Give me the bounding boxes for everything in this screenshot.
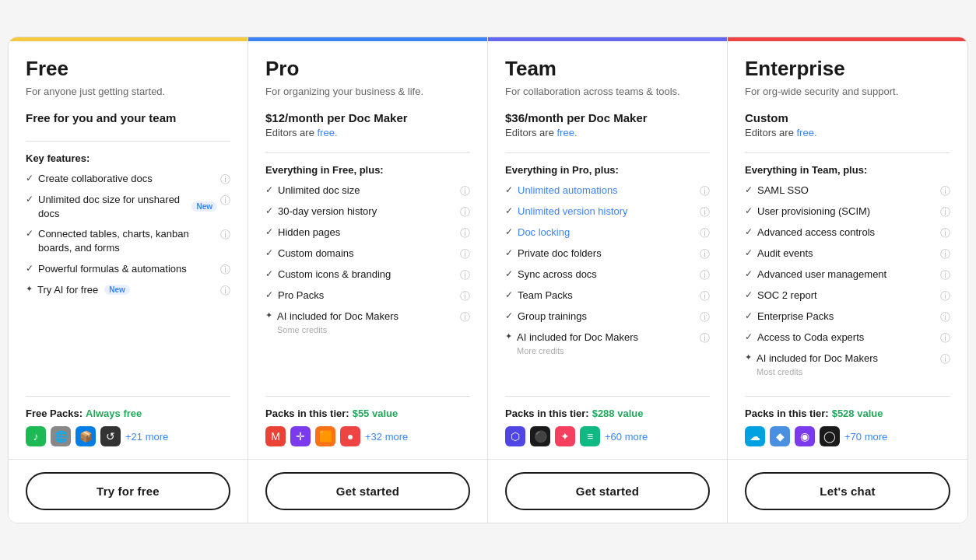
feature-text-team-0: Unlimited automations bbox=[518, 184, 618, 196]
plan-col-pro: ProFor organizing your business & life.$… bbox=[248, 37, 488, 523]
plan-price-pro: $12/month per Doc Maker bbox=[265, 111, 470, 124]
checkmark-icon: ✓ bbox=[505, 289, 513, 300]
feature-text-enterprise-2: Advanced access controls bbox=[757, 226, 875, 238]
feature-text-enterprise-5: SOC 2 report bbox=[757, 289, 817, 301]
cta-button-free[interactable]: Try for free bbox=[26, 472, 230, 510]
feature-text-pro-0: Unlimited doc size bbox=[278, 184, 360, 196]
feature-text-free-2: Connected tables, charts, kanban boards,… bbox=[38, 228, 189, 254]
info-icon[interactable]: ⓘ bbox=[700, 331, 710, 345]
packs-icons-team: ⬡⚫✦≡+60 more bbox=[505, 426, 710, 446]
checkmark-icon: ✓ bbox=[265, 205, 273, 216]
info-icon[interactable]: ⓘ bbox=[220, 228, 230, 242]
packs-value-team: $288 value bbox=[592, 408, 644, 419]
info-icon[interactable]: ⓘ bbox=[700, 205, 710, 219]
info-icon[interactable]: ⓘ bbox=[460, 184, 470, 198]
checkmark-icon: ✓ bbox=[265, 247, 273, 258]
info-icon[interactable]: ⓘ bbox=[460, 247, 470, 261]
info-icon[interactable]: ⓘ bbox=[700, 226, 710, 240]
plan-tagline-free: For anyone just getting started. bbox=[26, 86, 230, 97]
info-icon[interactable]: ⓘ bbox=[220, 263, 230, 277]
feature-item-team-3: ✓Private doc foldersⓘ bbox=[505, 247, 710, 261]
plan-col-free: FreeFor anyone just getting started.Free… bbox=[9, 37, 248, 523]
cta-button-enterprise[interactable]: Let's chat bbox=[745, 472, 950, 510]
feature-text-pro-6: AI included for Doc Makers bbox=[277, 310, 398, 322]
info-icon[interactable]: ⓘ bbox=[940, 310, 950, 324]
info-icon[interactable]: ⓘ bbox=[460, 289, 470, 303]
checkmark-icon: ✓ bbox=[505, 247, 513, 258]
info-icon[interactable]: ⓘ bbox=[460, 226, 470, 240]
checkmark-icon: ✓ bbox=[26, 263, 33, 274]
packs-label-free: Free Packs: bbox=[26, 408, 83, 419]
feature-sub-enterprise-8: Most credits bbox=[757, 366, 878, 377]
info-icon[interactable]: ⓘ bbox=[460, 310, 470, 324]
checkmark-icon: ✓ bbox=[265, 268, 273, 279]
info-icon[interactable]: ⓘ bbox=[700, 247, 710, 261]
info-icon[interactable]: ⓘ bbox=[940, 268, 950, 282]
feature-text-enterprise-7: Access to Coda experts bbox=[757, 331, 864, 343]
info-icon[interactable]: ⓘ bbox=[460, 268, 470, 282]
info-icon[interactable]: ⓘ bbox=[700, 268, 710, 282]
info-icon[interactable]: ⓘ bbox=[940, 184, 950, 198]
packs-label-enterprise: Packs in this tier: bbox=[745, 408, 829, 419]
info-icon[interactable]: ⓘ bbox=[460, 205, 470, 219]
pack-icon-pro-0: M bbox=[265, 426, 286, 446]
feature-item-team-5: ✓Team Packsⓘ bbox=[505, 289, 710, 303]
pack-icon-free-2: 📦 bbox=[75, 426, 96, 446]
packs-value-free: Always free bbox=[86, 408, 142, 419]
feature-sub-team-7: More credits bbox=[517, 345, 638, 356]
feature-text-pro-3: Custom domains bbox=[278, 247, 354, 259]
cta-button-team[interactable]: Get started bbox=[505, 472, 710, 510]
feature-item-team-2: ✓Doc lockingⓘ bbox=[505, 226, 710, 240]
plan-tagline-pro: For organizing your business & life. bbox=[265, 86, 470, 97]
feature-item-free-2: ✓Connected tables, charts, kanban boards… bbox=[26, 227, 230, 255]
packs-more-link-pro[interactable]: +32 more bbox=[365, 431, 408, 443]
info-icon[interactable]: ⓘ bbox=[220, 173, 230, 187]
plan-price-enterprise: Custom bbox=[745, 111, 950, 124]
feature-text-team-1: Unlimited version history bbox=[518, 205, 628, 217]
new-badge: New bbox=[104, 285, 130, 295]
info-icon[interactable]: ⓘ bbox=[940, 289, 950, 303]
info-icon[interactable]: ⓘ bbox=[700, 289, 710, 303]
checkmark-icon: ✓ bbox=[505, 205, 513, 216]
info-icon[interactable]: ⓘ bbox=[940, 247, 950, 261]
pack-icon-team-3: ≡ bbox=[580, 426, 600, 446]
feature-text-enterprise-4: Advanced user management bbox=[757, 268, 886, 280]
packs-more-link-free[interactable]: +21 more bbox=[125, 431, 168, 443]
ai-sparkle-icon: ✦ bbox=[505, 331, 512, 341]
feature-item-enterprise-2: ✓Advanced access controlsⓘ bbox=[745, 226, 950, 240]
feature-item-free-1: ✓Unlimited doc size for unshared docsNew… bbox=[26, 193, 230, 221]
feature-item-pro-3: ✓Custom domainsⓘ bbox=[265, 247, 470, 261]
feature-item-enterprise-0: ✓SAML SSOⓘ bbox=[745, 184, 950, 198]
checkmark-icon: ✓ bbox=[265, 226, 273, 237]
pack-icon-enterprise-0: ☁ bbox=[745, 426, 765, 446]
feature-item-enterprise-5: ✓SOC 2 reportⓘ bbox=[745, 289, 950, 303]
packs-more-link-enterprise[interactable]: +70 more bbox=[844, 431, 887, 443]
info-icon[interactable]: ⓘ bbox=[220, 194, 230, 208]
features-label-free: Key features: bbox=[26, 152, 230, 164]
info-icon[interactable]: ⓘ bbox=[700, 310, 710, 324]
feature-item-free-0: ✓Create collaborative docsⓘ bbox=[26, 172, 230, 187]
checkmark-icon: ✓ bbox=[505, 226, 513, 237]
info-icon[interactable]: ⓘ bbox=[940, 331, 950, 345]
checkmark-icon: ✓ bbox=[265, 289, 273, 300]
packs-section-pro: Packs in this tier:$55 valueM✛🟧●+32 more bbox=[265, 396, 470, 446]
pricing-table: FreeFor anyone just getting started.Free… bbox=[8, 37, 968, 523]
info-icon[interactable]: ⓘ bbox=[940, 205, 950, 219]
feature-item-team-0: ✓Unlimited automationsⓘ bbox=[505, 184, 710, 198]
info-icon[interactable]: ⓘ bbox=[940, 352, 950, 366]
info-icon[interactable]: ⓘ bbox=[940, 226, 950, 240]
plan-name-team: Team bbox=[505, 57, 710, 81]
cta-button-pro[interactable]: Get started bbox=[265, 472, 470, 510]
info-icon[interactable]: ⓘ bbox=[220, 284, 230, 298]
ai-sparkle-icon: ✦ bbox=[745, 352, 752, 362]
feature-text-pro-1: 30-day version history bbox=[278, 205, 377, 217]
ai-sparkle-icon: ✦ bbox=[26, 284, 33, 294]
plan-col-enterprise: EnterpriseFor org-wide security and supp… bbox=[728, 37, 967, 523]
pack-icon-pro-2: 🟧 bbox=[315, 426, 335, 446]
packs-more-link-team[interactable]: +60 more bbox=[605, 431, 648, 443]
plan-col-team: TeamFor collaboration across teams & too… bbox=[488, 37, 728, 523]
plan-editors-pro: Editors are free. bbox=[265, 127, 470, 138]
info-icon[interactable]: ⓘ bbox=[700, 184, 710, 198]
feature-item-enterprise-3: ✓Audit eventsⓘ bbox=[745, 247, 950, 261]
checkmark-icon: ✓ bbox=[745, 268, 753, 279]
